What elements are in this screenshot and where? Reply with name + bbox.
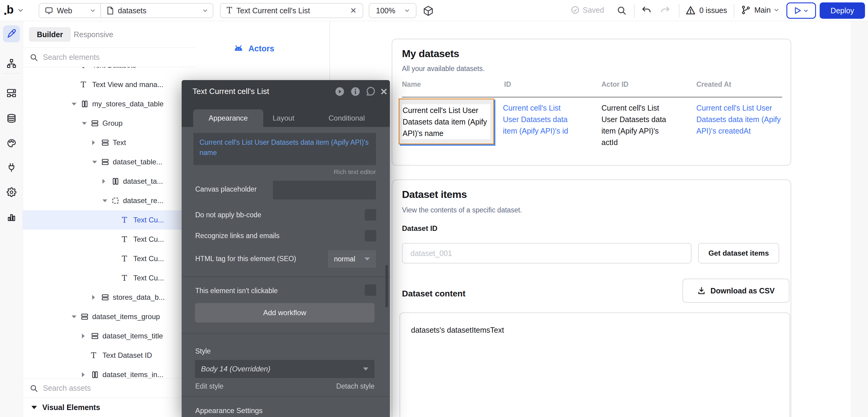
package-icon[interactable] <box>423 5 434 17</box>
rail-styles palette-icon[interactable] <box>3 135 20 152</box>
rail-plugins plug-icon[interactable] <box>3 159 20 176</box>
columns-element-icon <box>112 178 122 185</box>
rail-components components-icon[interactable] <box>3 85 20 101</box>
tree-item-dataset-re-7[interactable]: dataset_re... <box>23 191 196 210</box>
caret-down-icon[interactable] <box>72 316 81 318</box>
element-tab[interactable]: T Text Current cell's List ✕ <box>220 3 363 18</box>
text-element-icon: T <box>122 274 133 282</box>
tree-item-text-cu-10[interactable]: TText Cu... <box>23 249 196 268</box>
tree-item-stores-data-b-12[interactable]: stores_data_b... <box>23 288 196 307</box>
caret-down-icon[interactable] <box>72 103 81 105</box>
divider <box>182 396 390 397</box>
html-tag-select[interactable]: normal <box>328 250 376 268</box>
tree-item-dataset-items-title-14[interactable]: dataset_items_title <box>23 326 196 346</box>
caret-down-icon[interactable] <box>82 122 91 125</box>
canvas-right-gutter <box>851 21 868 417</box>
deploy-button[interactable]: Deploy <box>819 2 865 19</box>
add-workflow-button[interactable]: Add workflow <box>195 303 374 322</box>
search-elements-input[interactable] <box>43 53 170 62</box>
tree-item-label: Text Dataset ID <box>102 351 152 360</box>
page-select[interactable]: datasets <box>101 4 213 18</box>
caret-right-icon[interactable] <box>82 372 91 377</box>
table-cell-id[interactable]: Current cell's List User Datasets data i… <box>503 102 577 136</box>
tree-item-my-stores-data-table-2[interactable]: my_stores_data_table <box>23 94 196 114</box>
style-select[interactable]: Body 14 (Overridden) <box>195 360 374 378</box>
tab-appearance[interactable]: Appearance <box>193 109 263 127</box>
detach-style-link[interactable]: Detach style <box>336 382 374 390</box>
preview-button play-icon[interactable] <box>786 2 816 19</box>
tree-item-text-view-and-mana-1[interactable]: TText View and mana... <box>23 75 196 94</box>
zoom-control[interactable]: 100% <box>369 3 416 18</box>
card-subtitle: View the contents of a specific dataset. <box>402 206 522 214</box>
caret-down-icon[interactable] <box>102 199 112 202</box>
rail-design pencil-icon[interactable] <box>3 25 20 42</box>
appearance-settings-heading: Appearance Settings <box>195 407 262 415</box>
not-clickable-checkbox[interactable] <box>365 284 376 296</box>
tab-responsive[interactable]: Responsive <box>74 27 113 42</box>
rows-element-icon <box>101 139 112 147</box>
search-icon[interactable] <box>617 5 627 16</box>
tab-builder[interactable]: Builder <box>29 27 71 42</box>
tree-item-text-datasets-0[interactable]: TText Datasets <box>23 67 196 75</box>
text-content-editor[interactable]: Current cell's List User Datasets data i… <box>193 133 376 165</box>
caret-right-icon[interactable] <box>92 295 101 300</box>
rail-logs chart-icon[interactable] <box>3 208 20 225</box>
tree-item-dataset-items-group-13[interactable]: dataset_items_group <box>23 307 196 326</box>
tree-item-dataset-table-5[interactable]: dataset_table... <box>23 152 196 172</box>
caret-down-icon[interactable] <box>92 161 101 163</box>
canvas-placeholder-label: Canvas placeholder <box>195 185 256 193</box>
bb-code-checkbox[interactable] <box>365 209 376 221</box>
caret-right-icon[interactable] <box>82 333 91 339</box>
tree-item-dataset-ta-6[interactable]: dataset_ta... <box>23 172 196 191</box>
tree-item-dataset-items-in-16[interactable]: dataset_items_in... <box>23 365 196 378</box>
chevron-down-icon[interactable] <box>18 8 23 12</box>
tree-item-group-3[interactable]: Group <box>23 114 196 133</box>
search-assets-input[interactable] <box>43 384 170 392</box>
table-cell-created-at[interactable]: Current cell's List User Datasets data i… <box>696 102 784 136</box>
undo-icon[interactable] <box>641 5 652 16</box>
selected-value: normal <box>334 255 355 263</box>
tree-item-text-cu-8[interactable]: TText Cu... <box>23 210 196 230</box>
bubble-logo[interactable]: b <box>7 3 13 16</box>
tree-item-text-cu-11[interactable]: TText Cu... <box>23 268 196 288</box>
style-label: Style <box>195 347 211 355</box>
page-label: datasets <box>118 6 147 15</box>
text-element-icon: T <box>81 81 92 89</box>
nav-item-label: Actors <box>248 44 274 54</box>
comment-icon[interactable] <box>365 86 376 97</box>
rail-settings gear-icon[interactable] <box>3 184 20 201</box>
tab-conditional[interactable]: Conditional <box>324 109 369 127</box>
visual-elements-section[interactable]: Visual Elements <box>23 398 196 417</box>
get-dataset-items-button[interactable]: Get dataset items <box>698 243 779 263</box>
info-icon[interactable] <box>350 86 361 97</box>
edit-style-link[interactable]: Edit style <box>195 382 223 390</box>
download-csv-button[interactable]: Download as CSV <box>682 279 789 303</box>
issues-indicator[interactable]: 0 issues <box>685 5 727 15</box>
selected-text-element[interactable]: Current cell's List User Datasets data i… <box>399 98 494 145</box>
run-icon[interactable] <box>334 86 345 97</box>
tab-layout[interactable]: Layout <box>261 109 306 127</box>
tree-item-text-dataset-id-15[interactable]: TText Dataset ID <box>23 346 196 365</box>
caret-right-icon[interactable] <box>102 179 112 184</box>
redo-icon[interactable] <box>660 5 670 16</box>
caret-right-icon[interactable] <box>92 140 101 145</box>
inspector-scrollbar[interactable] <box>385 265 388 307</box>
dataset-id-input[interactable] <box>402 243 691 263</box>
nav-item-actors[interactable]: Actors <box>233 43 274 54</box>
branch-selector[interactable]: Main <box>741 5 779 15</box>
button-label: Deploy <box>831 6 854 15</box>
inspector-header[interactable]: Text Current cell's List ✕ <box>182 80 390 103</box>
close-icon[interactable]: ✕ <box>378 86 389 97</box>
close-icon[interactable]: ✕ <box>350 6 356 15</box>
canvas-placeholder-input[interactable] <box>273 181 376 199</box>
rich-text-editor-link[interactable]: Rich text editor <box>334 168 376 175</box>
tree-item-label: Text Cu... <box>133 235 164 244</box>
recognize-links-checkbox[interactable] <box>365 230 376 242</box>
element-tab-label: Text Current cell's List <box>236 6 346 15</box>
button-label: Get dataset items <box>708 249 769 257</box>
platform-select[interactable]: Web <box>39 4 100 18</box>
rail-data database-icon[interactable] <box>3 110 20 127</box>
rail-workflow sitemap-icon[interactable] <box>3 55 20 72</box>
tree-item-text-cu-9[interactable]: TText Cu... <box>23 230 196 249</box>
tree-item-text-4[interactable]: Text <box>23 133 196 152</box>
